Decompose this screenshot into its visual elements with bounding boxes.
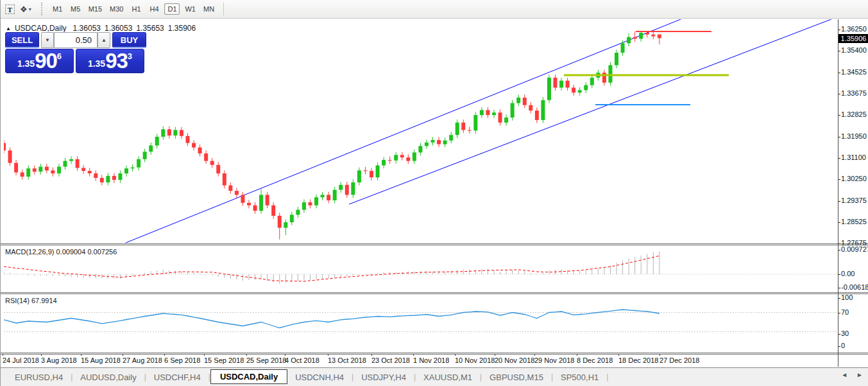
rsi-scale-label-tick xyxy=(838,346,840,347)
sell-price-sup: 6 xyxy=(57,51,62,61)
date-tick xyxy=(660,354,660,356)
date-tick xyxy=(285,354,285,356)
sell-button[interactable]: SELL xyxy=(5,32,39,48)
rsi-layer xyxy=(4,310,838,332)
date-tick xyxy=(413,354,414,356)
price-tick-label-tick xyxy=(838,201,840,202)
rsi-scale-label-tick xyxy=(838,313,840,313)
price-tick-label-tick xyxy=(838,94,840,94)
buy-price-sup: 3 xyxy=(128,51,132,61)
price-tick-label: 1.36250 xyxy=(841,25,867,33)
price-tick-label: 1.31100 xyxy=(841,154,866,161)
date-label: 6 Sep 2018 xyxy=(164,356,200,364)
mt4-window: T ❖ ▾ M1M5M15M30H1H4D1W1MN ▲ USDCAD,Dail… xyxy=(0,0,868,386)
date-tick xyxy=(618,354,619,356)
volume-input[interactable] xyxy=(54,32,98,48)
buy-price-small: 1.35 xyxy=(88,58,105,69)
chart-symbol-period: USDCAD,Daily xyxy=(15,24,67,33)
price-tick-label: 1.30250 xyxy=(841,175,867,182)
date-tick xyxy=(3,354,3,356)
date-label: 13 Oct 2018 xyxy=(328,356,366,364)
macd-scale-label: 0.00 xyxy=(841,270,855,277)
price-tick-label-tick xyxy=(838,179,840,180)
price-tick-label-tick xyxy=(838,51,840,51)
ohlc-high: 1.36053 xyxy=(105,24,132,33)
tab-scroll-right-icon[interactable]: ► xyxy=(856,371,863,378)
volume-increase-button[interactable]: ▲ xyxy=(98,32,110,48)
date-label: 1 Nov 2018 xyxy=(413,356,449,364)
date-tick xyxy=(495,354,495,356)
date-label: 20 Nov 2018 xyxy=(495,356,534,364)
date-label: 29 Nov 2018 xyxy=(534,356,574,364)
macd-layer xyxy=(4,251,838,284)
price-tick-label: 1.31950 xyxy=(841,132,867,140)
buy-price-big: 93 xyxy=(105,50,128,71)
rsi-scale-label-tick xyxy=(838,298,840,299)
chart-tab-eurusd-h4[interactable]: EURUSD,H4 xyxy=(7,371,71,384)
date-tick xyxy=(246,354,247,356)
date-label: 15 Aug 2018 xyxy=(81,356,121,364)
ohlc-open: 1.36053 xyxy=(73,24,101,33)
price-tick-label-tick xyxy=(838,30,840,30)
price-tick-label: 1.28525 xyxy=(841,218,867,225)
date-label: 3 Aug 2018 xyxy=(41,356,77,364)
tab-scroll-left-icon[interactable]: ◄ xyxy=(841,371,847,378)
date-tick xyxy=(204,354,205,356)
volume-decrease-button[interactable]: ▼ xyxy=(41,32,54,48)
rsi-scale-label-tick xyxy=(838,334,840,335)
macd-scale-label: -0.006182 xyxy=(841,283,868,291)
rsi-scale-label: 0 xyxy=(841,342,845,349)
price-tick-label-tick xyxy=(838,222,840,223)
buy-button[interactable]: BUY xyxy=(112,32,146,48)
rsi-scale-label: 70 xyxy=(841,308,849,316)
main-macd-separator[interactable] xyxy=(1,243,868,245)
price-axis-line xyxy=(838,19,838,367)
date-tick xyxy=(371,354,372,356)
chart-tab-usdjpy-h4[interactable]: USDJPY,H4 xyxy=(353,371,414,384)
macd-scale-label: 0.009727 xyxy=(841,245,868,253)
date-label: 27 Aug 2018 xyxy=(123,356,162,364)
ohlc-low: 1.35653 xyxy=(136,24,164,33)
price-tick-label: 1.33675 xyxy=(841,89,867,97)
price-tick-label: 1.35400 xyxy=(841,46,867,54)
chart-tab-audusd-daily[interactable]: AUDUSD,Daily xyxy=(72,371,144,384)
date-label: 4 Oct 2018 xyxy=(285,356,319,364)
date-label: 24 Jul 2018 xyxy=(3,356,39,364)
buy-price-box[interactable]: 1.35 93 3 xyxy=(76,49,144,73)
chart-tab-gbpusd-m15[interactable]: GBPUSD,M15 xyxy=(482,371,551,384)
sell-price-box[interactable]: 1.35 90 6 xyxy=(5,49,74,73)
current-price-badge: 1.35906 xyxy=(838,34,868,43)
chart-title: ▲ USDCAD,Daily 1.36053 1.36053 1.35653 1… xyxy=(6,24,196,33)
date-tick xyxy=(81,354,81,356)
price-tick-label-tick xyxy=(838,158,840,159)
rsi-scale-label: 100 xyxy=(841,294,853,301)
chart-tab-bar: EURUSD,H4|AUDUSD,Daily|USDCHF,H4|USDCAD,… xyxy=(1,367,868,386)
tab-separator: | xyxy=(606,373,608,382)
date-label: 23 Oct 2018 xyxy=(371,356,410,364)
macd-rsi-separator[interactable] xyxy=(1,292,868,294)
chart-tab-usdchf-h4[interactable]: USDCHF,H4 xyxy=(146,371,208,384)
collapse-panel-icon[interactable]: ▲ xyxy=(6,26,11,31)
date-label: 18 Dec 2018 xyxy=(618,356,658,364)
date-tick xyxy=(123,354,123,356)
rsi-label: RSI(14) 67.9914 xyxy=(5,297,57,304)
tab-scrollbar: ◄ ► xyxy=(841,371,863,378)
date-tick xyxy=(41,354,42,356)
macd-scale-label-tick xyxy=(838,288,840,288)
chart-tab-usdcnh-h4[interactable]: USDCNH,H4 xyxy=(287,371,352,384)
chart-tab-xauusd-m1[interactable]: XAUUSD,M1 xyxy=(416,371,480,384)
macd-scale-label-tick xyxy=(838,274,840,275)
price-tick-label: 1.34525 xyxy=(841,68,867,76)
price-tick-label-tick xyxy=(838,137,840,137)
date-label: 25 Sep 2018 xyxy=(246,356,286,364)
chart-tab-sp500-h1[interactable]: SP500,H1 xyxy=(553,371,606,384)
date-tick xyxy=(534,354,535,356)
chart-tab-usdcad-daily[interactable]: USDCAD,Daily xyxy=(210,369,287,384)
date-tick xyxy=(164,354,165,356)
one-click-trading-panel: SELL ▼ ▲ BUY 1.35 90 6 1.35 93 3 xyxy=(5,32,146,73)
channel-upper-trendline[interactable] xyxy=(126,18,684,243)
macd-label: MACD(12,26,9) 0.009004 0.007256 xyxy=(5,248,117,256)
date-tick xyxy=(328,354,328,356)
date-label: 8 Dec 2018 xyxy=(577,356,613,364)
price-tick-label-tick xyxy=(838,115,840,116)
